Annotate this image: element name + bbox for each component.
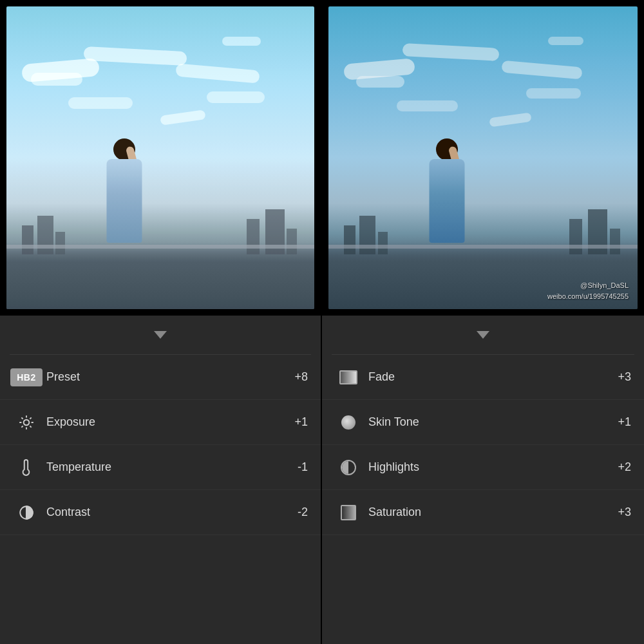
right-photo-area: @Shilyn_DaSL weibo.com/u/1995745255 [322,0,644,316]
temperature-value: -1 [285,460,308,474]
fade-value: +3 [609,370,631,384]
watermark-line1: @Shilyn_DaSL [547,280,629,291]
right-dropdown-arrow[interactable] [477,331,489,339]
exposure-icon [13,409,40,436]
highlights-value: +2 [609,460,631,474]
split-container: HB2 Preset +8 [0,0,644,644]
fade-icon-visual [339,370,357,384]
contrast-icon [13,499,40,526]
hb2-badge: HB2 [10,368,43,386]
skintone-icon-visual [341,415,355,430]
watermark: @Shilyn_DaSL weibo.com/u/1995745255 [547,280,629,301]
fade-icon [335,364,362,391]
saturation-icon [335,499,362,526]
control-preset[interactable]: HB2 Preset +8 [0,355,321,400]
right-panel: @Shilyn_DaSL weibo.com/u/1995745255 Fade [322,0,644,644]
contrast-value: -2 [285,506,308,519]
left-photo-area [0,0,321,316]
left-photo [6,6,314,309]
person-right [421,127,473,243]
temperature-label: Temperature [46,460,285,474]
svg-line-7 [21,426,23,427]
control-contrast[interactable]: Contrast -2 [0,490,321,535]
saturation-label: Saturation [368,506,609,519]
svg-line-6 [30,426,31,427]
saturation-value: +3 [609,506,631,519]
control-exposure[interactable]: Exposure +1 [0,400,321,445]
watermark-line2: weibo.com/u/1995745255 [547,291,629,302]
control-skintone[interactable]: Skin Tone +1 [322,400,644,445]
svg-line-5 [21,417,23,419]
saturation-icon-visual [341,505,356,520]
control-highlights[interactable]: Highlights +2 [322,445,644,490]
skintone-label: Skin Tone [368,415,609,429]
preset-icon: HB2 [13,364,40,391]
control-temperature[interactable]: Temperature -1 [0,445,321,490]
right-dropdown-row[interactable] [322,316,644,354]
temperature-icon [13,454,40,481]
exposure-label: Exposure [46,415,285,429]
left-panel: HB2 Preset +8 [0,0,322,644]
skintone-icon [335,409,362,436]
preset-label: Preset [46,370,285,384]
railing-right [328,245,638,249]
control-fade[interactable]: Fade +3 [322,355,644,400]
highlights-icon-visual [341,460,356,475]
right-photo: @Shilyn_DaSL weibo.com/u/1995745255 [328,6,638,309]
left-controls: HB2 Preset +8 [0,316,321,644]
highlights-icon [335,454,362,481]
svg-line-8 [30,417,31,419]
railing-left [6,245,314,249]
contrast-label: Contrast [46,506,285,519]
exposure-value: +1 [285,415,308,429]
right-controls: Fade +3 Skin Tone +1 [322,316,644,644]
left-dropdown-row[interactable] [0,316,321,354]
control-saturation[interactable]: Saturation +3 [322,490,644,535]
highlights-label: Highlights [368,460,609,474]
svg-point-0 [24,419,30,425]
skintone-value: +1 [609,415,631,429]
left-dropdown-arrow[interactable] [154,331,167,339]
person-left [99,127,150,243]
fade-label: Fade [368,370,609,384]
app-wrapper: HB2 Preset +8 [0,0,644,644]
preset-value: +8 [285,370,308,384]
